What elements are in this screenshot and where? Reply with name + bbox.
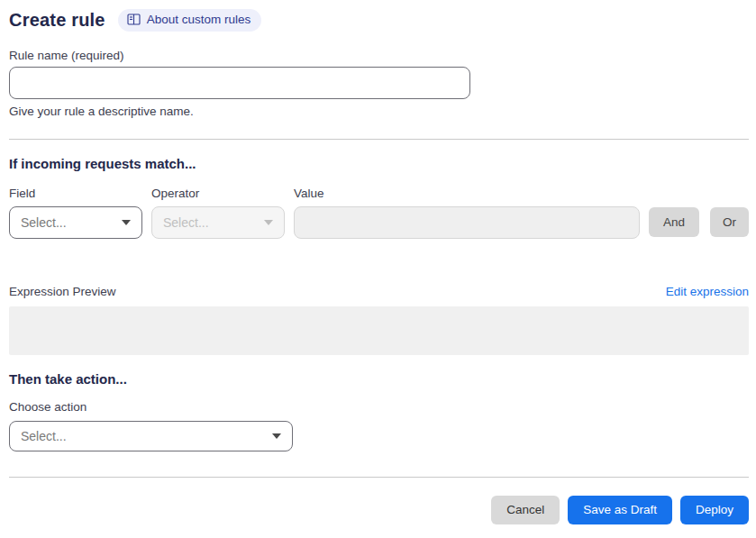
field-select[interactable]: Select... bbox=[9, 206, 142, 239]
value-label: Value bbox=[294, 187, 749, 200]
operator-label: Operator bbox=[151, 187, 294, 200]
cancel-button[interactable]: Cancel bbox=[491, 496, 560, 524]
expression-preview-row: Expression Preview Edit expression bbox=[9, 285, 749, 298]
or-button[interactable]: Or bbox=[710, 207, 749, 237]
edit-expression-link[interactable]: Edit expression bbox=[666, 285, 749, 298]
match-controls-row: Select... Select... And Or bbox=[9, 206, 749, 239]
field-select-value: Select... bbox=[21, 215, 67, 230]
deploy-button[interactable]: Deploy bbox=[680, 496, 749, 524]
choose-action-label: Choose action bbox=[9, 400, 749, 414]
chevron-down-icon bbox=[264, 220, 273, 225]
page-header: Create rule About custom rules bbox=[9, 9, 749, 32]
field-label: Field bbox=[9, 187, 151, 200]
and-button[interactable]: And bbox=[649, 207, 699, 237]
save-as-draft-button[interactable]: Save as Draft bbox=[568, 496, 672, 524]
match-section-heading: If incoming requests match... bbox=[9, 156, 749, 171]
operator-select-value: Select... bbox=[163, 215, 209, 230]
choose-action-select[interactable]: Select... bbox=[9, 421, 293, 451]
rule-name-label: Rule name (required) bbox=[9, 49, 749, 62]
page-title: Create rule bbox=[9, 10, 105, 31]
rule-name-input[interactable] bbox=[9, 67, 470, 99]
footer-divider bbox=[9, 477, 749, 478]
operator-select[interactable]: Select... bbox=[151, 206, 285, 239]
footer-actions: Cancel Save as Draft Deploy bbox=[9, 496, 749, 524]
about-badge-label: About custom rules bbox=[147, 14, 251, 26]
section-divider-top bbox=[9, 139, 749, 140]
chevron-down-icon bbox=[122, 220, 131, 225]
about-custom-rules-badge[interactable]: About custom rules bbox=[118, 9, 262, 32]
chevron-down-icon bbox=[272, 433, 281, 439]
create-rule-page: Create rule About custom rules Rule name… bbox=[0, 0, 756, 538]
expression-preview-box bbox=[9, 306, 749, 355]
rule-name-helper: Give your rule a descriptive name. bbox=[9, 105, 749, 118]
choose-action-select-value: Select... bbox=[21, 429, 67, 443]
rule-name-group: Rule name (required) Give your rule a de… bbox=[9, 49, 749, 118]
expression-preview-label: Expression Preview bbox=[9, 285, 116, 298]
match-labels-row: Field Operator Value bbox=[9, 187, 749, 200]
action-section-heading: Then take action... bbox=[9, 371, 749, 387]
value-input[interactable] bbox=[294, 206, 640, 239]
book-icon bbox=[127, 14, 141, 25]
